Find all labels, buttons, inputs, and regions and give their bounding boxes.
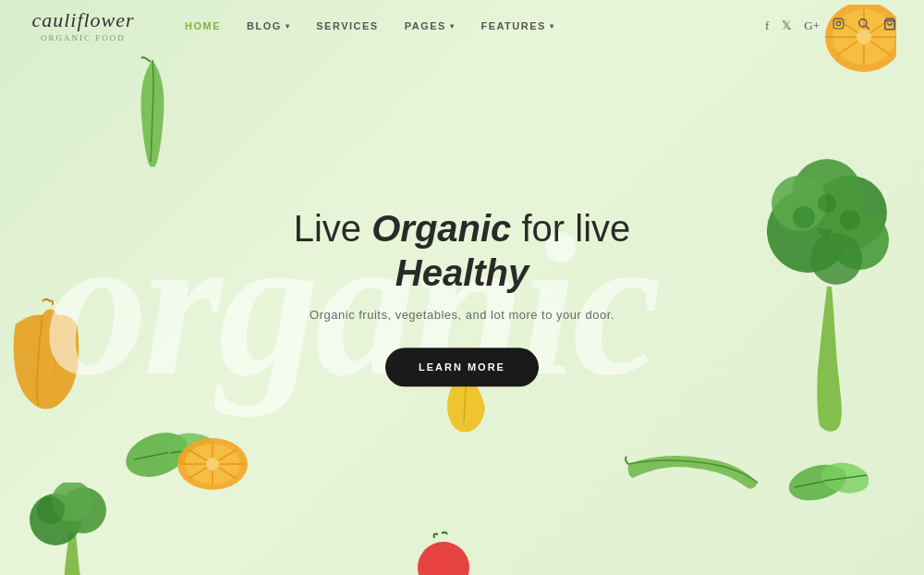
nav-item-features[interactable]: FEATURES ▾ [480,20,554,31]
svg-point-21 [840,210,860,230]
navbar: cauliflower Organic Food HOME BLOG ▾ SER… [0,0,924,51]
svg-rect-0 [833,18,844,29]
svg-point-27 [185,444,240,484]
svg-point-13 [767,190,850,273]
svg-point-19 [793,206,815,228]
instagram-icon[interactable] [833,18,845,33]
chili-top-left [116,51,189,171]
cart-icon[interactable] [883,18,896,34]
nav-icons: f 𝕏 G+ [765,18,896,34]
broccoli-right [753,139,910,416]
orange-slice-bottom [176,432,249,492]
svg-point-16 [772,176,827,231]
nav-item-pages[interactable]: PAGES ▾ [405,20,456,31]
facebook-icon[interactable]: f [765,18,769,33]
features-dropdown-icon: ▾ [550,22,555,31]
svg-line-30 [189,450,236,478]
svg-point-35 [820,459,869,497]
basil-leaves-left [120,409,213,483]
svg-point-40 [37,496,65,524]
nav-item-services[interactable]: SERVICES [316,20,378,31]
bell-pepper-left [0,277,92,425]
svg-point-37 [30,494,81,545]
learn-more-button[interactable]: LEARN MORE [385,348,539,386]
svg-point-32 [206,458,219,471]
svg-line-36 [824,475,867,481]
chili-bottom-right [619,446,739,501]
svg-point-20 [818,194,836,213]
logo-name: cauliflower [31,8,134,32]
svg-point-22 [120,424,194,484]
svg-line-34 [795,478,841,487]
svg-point-3 [859,18,867,26]
svg-line-29 [189,450,236,478]
svg-point-41 [418,542,469,575]
nav-item-home[interactable]: HOME [185,20,221,31]
basil-leaves-right [785,446,859,501]
svg-point-14 [813,176,887,250]
blog-dropdown-icon: ▾ [286,22,291,31]
google-plus-icon[interactable]: G+ [804,18,820,33]
svg-point-2 [841,20,842,21]
svg-point-24 [164,429,224,471]
svg-line-23 [134,450,180,459]
svg-point-17 [830,211,889,270]
svg-point-33 [785,459,851,506]
logo[interactable]: cauliflower Organic Food [28,8,139,43]
twitter-icon[interactable]: 𝕏 [782,18,791,33]
svg-point-38 [60,487,106,533]
svg-point-15 [792,159,862,229]
pages-dropdown-icon: ▾ [450,22,456,31]
svg-point-18 [810,233,862,285]
svg-line-25 [171,447,217,453]
svg-point-39 [52,483,92,521]
hero-section: organic cauliflower Organic Food HOME BL… [0,0,924,575]
svg-point-1 [836,21,840,25]
broccoli-bottom-left [28,483,120,575]
svg-line-4 [866,25,869,29]
tomato-bottom-center [407,529,471,575]
search-icon[interactable] [857,18,870,34]
nav-item-blog[interactable]: BLOG ▾ [247,20,290,31]
hero-title: Live Organic for live Healthy [231,206,693,295]
hero-subtitle: Organic fruits, vegetables, and lot more… [231,308,693,322]
nav-links: HOME BLOG ▾ SERVICES PAGES ▾ FEATURES ▾ [185,20,765,31]
hero-content: Live Organic for live Healthy Organic fr… [231,206,693,386]
svg-point-42 [432,552,446,570]
svg-point-26 [177,438,248,490]
logo-tagline: Organic Food [41,33,126,43]
